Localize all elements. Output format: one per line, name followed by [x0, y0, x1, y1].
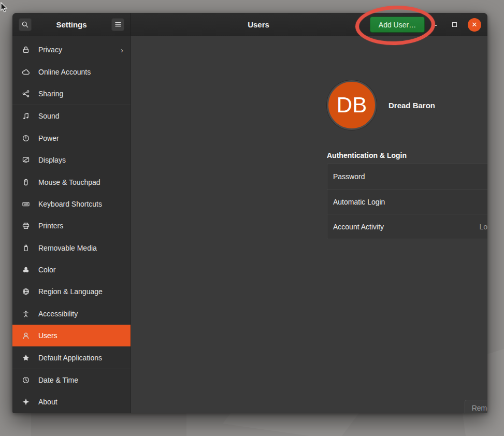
sidebar-item-displays[interactable]: Displays	[12, 149, 131, 171]
sidebar-item-region-language[interactable]: Region & Language	[12, 281, 131, 302]
search-icon	[21, 21, 29, 28]
removable-media-icon	[22, 244, 30, 252]
auth-section-title: Authentication & Login	[327, 151, 407, 159]
maximize-icon	[452, 22, 457, 27]
sidebar-item-label: Printers	[38, 222, 63, 230]
sidebar-item-sound[interactable]: Sound	[12, 105, 131, 127]
sidebar-item-keyboard-shortcuts[interactable]: Keyboard Shortcuts	[12, 193, 131, 215]
sidebar-item-label: Online Accounts	[38, 68, 91, 76]
add-user-button[interactable]: Add User…	[370, 17, 425, 33]
sidebar: Privacy›Online AccountsSharingSoundPower…	[12, 36, 131, 413]
sidebar-item-color[interactable]: Color	[12, 259, 131, 281]
sidebar-item-mouse-touchpad[interactable]: Mouse & Touchpad	[12, 171, 131, 193]
lock-icon	[22, 46, 30, 54]
star-icon	[22, 354, 30, 362]
sidebar-item-label: Sound	[38, 112, 59, 120]
sidebar-item-privacy[interactable]: Privacy›	[12, 39, 131, 61]
close-button[interactable]: ✕	[468, 18, 481, 32]
sidebar-item-label: Default Applications	[38, 354, 102, 362]
hamburger-icon	[114, 21, 122, 27]
sidebar-item-about[interactable]: About	[12, 391, 131, 413]
sidebar-item-label: Mouse & Touchpad	[38, 178, 100, 186]
maximize-button[interactable]	[448, 19, 460, 31]
sidebar-item-users[interactable]: Users	[12, 325, 131, 346]
share-icon	[22, 90, 30, 98]
color-icon	[22, 266, 30, 274]
auth-row-account-activity[interactable]: Account ActivityLogged in	[327, 214, 487, 239]
auth-row-automatic-login[interactable]: Automatic Login	[327, 189, 487, 214]
window-controls: – ✕	[428, 13, 481, 36]
row-label: Password	[333, 172, 365, 181]
sidebar-item-online-accounts[interactable]: Online Accounts	[12, 61, 131, 82]
remove-user-button[interactable]: Remove User…	[465, 400, 487, 413]
avatar[interactable]: DB	[327, 80, 377, 130]
sound-icon	[22, 112, 30, 120]
sidebar-headerbar: Settings	[12, 13, 131, 36]
sidebar-item-label: Displays	[38, 156, 66, 164]
sidebar-item-label: Region & Language	[38, 287, 103, 296]
row-label: Account Activity	[333, 223, 384, 231]
chevron-right-icon: ›	[121, 46, 123, 54]
menu-button[interactable]	[111, 18, 124, 31]
row-value: Logged in	[479, 223, 487, 231]
keyboard-icon	[22, 200, 30, 208]
auth-card: Password•••••Automatic LoginAccount Acti…	[327, 164, 487, 239]
minimize-button[interactable]: –	[428, 19, 441, 31]
headerbar: Settings Users Add User… – ✕	[12, 13, 487, 36]
globe-icon	[22, 287, 30, 296]
sidebar-item-label: About	[38, 398, 57, 406]
settings-window: Settings Users Add User… – ✕ Privacy›Onl…	[12, 13, 487, 413]
sidebar-item-label: Keyboard Shortcuts	[38, 200, 102, 208]
power-icon	[22, 134, 30, 142]
sidebar-item-label: Color	[38, 266, 55, 274]
sidebar-item-label: Removable Media	[38, 244, 97, 252]
sidebar-item-label: Accessibility	[38, 310, 78, 318]
sidebar-item-printers[interactable]: Printers	[12, 215, 131, 237]
sidebar-item-accessibility[interactable]: Accessibility	[12, 303, 131, 325]
sidebar-item-date-time[interactable]: Date & Time	[12, 369, 131, 391]
sidebar-item-label: Power	[38, 134, 59, 142]
clock-icon	[22, 376, 30, 384]
sidebar-item-label: Privacy	[38, 46, 62, 54]
sidebar-item-sharing[interactable]: Sharing	[12, 83, 131, 105]
cloud-icon	[22, 68, 30, 76]
sidebar-item-default-applications[interactable]: Default Applications	[12, 346, 131, 368]
users-icon	[22, 331, 30, 340]
sidebar-item-label: Date & Time	[38, 376, 78, 384]
row-label: Automatic Login	[333, 198, 385, 206]
row-right: Logged in	[479, 223, 487, 231]
search-button[interactable]	[19, 18, 32, 31]
mouse-cursor-icon	[1, 2, 8, 13]
users-panel: DB Dread Baron Authentication & Login Pa…	[131, 36, 487, 413]
content-headerbar: Users Add User… – ✕	[131, 13, 487, 36]
auth-row-password[interactable]: Password•••••	[327, 164, 487, 189]
about-icon	[22, 398, 30, 406]
sidebar-item-label: Sharing	[38, 90, 63, 98]
sidebar-item-removable-media[interactable]: Removable Media	[12, 237, 131, 259]
mouse-icon	[22, 178, 30, 186]
printer-icon	[22, 222, 30, 230]
sidebar-item-power[interactable]: Power	[12, 127, 131, 149]
accessibility-icon	[22, 310, 30, 318]
displays-icon	[22, 156, 30, 164]
user-name: Dread Baron	[388, 101, 435, 110]
sidebar-item-label: Users	[38, 331, 57, 340]
